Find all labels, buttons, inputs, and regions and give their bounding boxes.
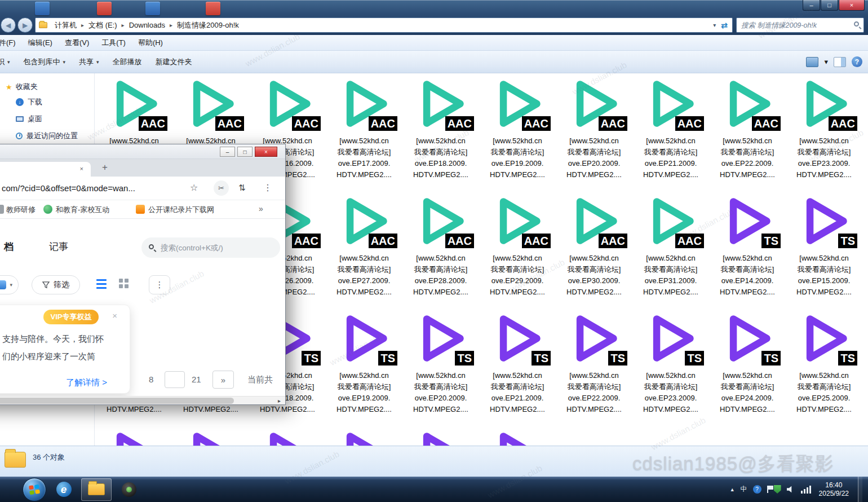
next-page-button[interactable]: » bbox=[212, 371, 234, 389]
page-input[interactable] bbox=[165, 371, 185, 388]
filter-button[interactable]: 筛选 bbox=[32, 275, 80, 294]
browser-menu-icon[interactable]: ⋮ bbox=[263, 182, 272, 193]
maximize-button[interactable]: □ bbox=[821, 0, 838, 11]
extension-scissors-icon[interactable]: ✂ bbox=[214, 180, 229, 196]
background-app-icon[interactable] bbox=[97, 2, 112, 15]
include-in-library-button[interactable]: 包含到库中▾ bbox=[17, 54, 73, 71]
page-number-last[interactable]: 21 bbox=[192, 375, 201, 384]
new-tab-button[interactable]: + bbox=[102, 162, 108, 173]
file-item[interactable]: TS[www.52khd.cn我爱看高清论坛]ove.EP29.2009.HDT… bbox=[326, 429, 402, 446]
sidebar-item-desktop[interactable]: 桌面 bbox=[0, 111, 94, 127]
bookmark-item[interactable]: 和教育-家校互动 bbox=[56, 205, 109, 215]
explorer-search-input[interactable] bbox=[736, 17, 864, 33]
file-item[interactable]: TS[www.52khd.cn我爱看高清论坛]ove.EP23.2009.HDT… bbox=[632, 311, 709, 429]
taskbar-browser-button[interactable]: e bbox=[48, 478, 79, 501]
horizontal-scrollbar[interactable]: ▸ bbox=[0, 396, 285, 404]
file-item[interactable]: TS[www.52khd.cn我爱看高清论坛]ove.EP19.2009.HDT… bbox=[326, 311, 402, 429]
file-item[interactable]: AAC[www.52khd.cn我爱看高清论坛]ove.EP31.2009.HD… bbox=[632, 194, 709, 311]
file-item[interactable]: AAC[www.52khd.cn我爱看高清论坛]ove.EP18.2009.HD… bbox=[402, 77, 479, 194]
background-app-icon[interactable] bbox=[35, 2, 50, 15]
show-hidden-icons[interactable]: ▲ bbox=[730, 487, 735, 492]
file-item[interactable]: AAC[www.52khd.cn我爱看高清论坛]ove.EP28.2009.HD… bbox=[402, 194, 479, 311]
new-folder-button[interactable]: 新建文件夹 bbox=[149, 54, 199, 71]
file-item[interactable]: TS[www.52khd.cn我爱看高清论坛]ove.EP31.2009.HDT… bbox=[479, 429, 556, 446]
page-number[interactable]: 8 bbox=[149, 375, 153, 384]
breadcrumb-segment[interactable]: 计算机 bbox=[51, 19, 81, 32]
list-view-icon[interactable] bbox=[96, 279, 107, 289]
bookmarks-overflow-icon[interactable]: » bbox=[259, 204, 263, 213]
background-app-icon[interactable] bbox=[206, 2, 220, 15]
file-item[interactable]: TS[www.52khd.cn我爱看高清论坛]ove.EP28.2009.HDT… bbox=[249, 429, 326, 446]
sort-arrows-icon[interactable]: ⇅ bbox=[238, 183, 246, 193]
file-item[interactable]: TS[www.52khd.cn我爱看高清论坛]ove.EP20.2009.HDT… bbox=[402, 311, 479, 429]
sidebar-item-downloads[interactable]: ↓ 下载 bbox=[0, 94, 94, 111]
organize-button[interactable]: 组织▾ bbox=[0, 54, 17, 71]
bookmark-item[interactable]: 公开课纪录片下载网 bbox=[148, 205, 214, 215]
file-item[interactable]: AAC[www.52khd.cn我爱看高清论坛]ove.EP30.2009.HD… bbox=[556, 194, 632, 311]
minimize-button[interactable]: – bbox=[220, 147, 235, 157]
network-icon[interactable] bbox=[801, 486, 811, 494]
security-shield-icon[interactable] bbox=[774, 485, 781, 494]
help-tray-icon[interactable]: ? bbox=[753, 485, 761, 494]
forward-button[interactable]: ▶ bbox=[17, 17, 33, 33]
grid-view-icon[interactable] bbox=[119, 279, 129, 288]
sidebar-item-favorites[interactable]: ★ 收藏夹 bbox=[0, 80, 94, 94]
history-dropdown-icon[interactable]: ▾ bbox=[713, 22, 716, 28]
taskbar-clock[interactable]: 16:40 2025/9/22 bbox=[819, 481, 849, 498]
breadcrumb-segment[interactable]: 制造情缘2009-oh!k bbox=[173, 19, 243, 32]
background-app-icon[interactable] bbox=[145, 2, 160, 15]
page-tab-notes[interactable]: 记事 bbox=[49, 240, 68, 253]
start-button[interactable] bbox=[23, 478, 46, 501]
taskbar-explorer-button[interactable] bbox=[81, 478, 112, 501]
close-button[interactable]: × bbox=[839, 0, 865, 11]
change-view-icon[interactable] bbox=[806, 57, 818, 67]
input-method-icon[interactable]: 中 bbox=[741, 485, 747, 494]
bookmark-star-icon[interactable]: ☆ bbox=[190, 182, 198, 193]
file-item[interactable]: AAC[www.52khd.cn我爱看高清论坛]ove.EP29.2009.HD… bbox=[479, 194, 556, 311]
file-item[interactable]: TS[www.52khd.cn我爱看高清论坛]ove.EP30.2009.HDT… bbox=[402, 429, 479, 446]
sidebar-item-recent-places[interactable]: 最近访问的位置 bbox=[0, 127, 94, 144]
close-icon[interactable]: × bbox=[112, 311, 117, 320]
file-item[interactable]: AAC[www.52khd.cn我爱看高清论坛]ove.EP19.2009.HD… bbox=[479, 77, 556, 194]
refresh-icon[interactable]: ⇄ bbox=[721, 21, 728, 30]
scrollbar-right-arrow[interactable]: ▸ bbox=[274, 397, 284, 404]
action-center-icon[interactable] bbox=[767, 486, 768, 493]
file-item[interactable]: TS[www.52khd.cn我爱看高清论坛]ove.EP15.2009.HDT… bbox=[786, 194, 862, 311]
scrollbar-thumb[interactable] bbox=[0, 398, 234, 404]
file-item[interactable]: TS[www.52khd.cn我爱看高清论坛]ove.EP25.2009.HDT… bbox=[786, 311, 862, 429]
volume-icon[interactable] bbox=[787, 486, 795, 493]
back-button[interactable]: ◀ bbox=[1, 17, 16, 33]
breadcrumb-segment[interactable]: Downloads bbox=[125, 20, 169, 30]
menu-help[interactable]: 帮助(H) bbox=[132, 36, 169, 50]
file-item[interactable]: TS[www.52khd.cn我爱看高清论坛]ove.EP26.2009.HDT… bbox=[96, 429, 172, 446]
tab-close-icon[interactable]: × bbox=[80, 165, 83, 172]
file-item[interactable]: TS[www.52khd.cn我爱看高清论坛]ove.EP14.2009.HDT… bbox=[709, 194, 786, 311]
help-icon[interactable]: ? bbox=[852, 56, 862, 67]
close-button[interactable]: × bbox=[255, 147, 277, 157]
learn-more-link[interactable]: 了解详情 > bbox=[66, 377, 107, 388]
menu-file[interactable]: 文件(F) bbox=[0, 36, 22, 50]
chevron-right-icon[interactable]: ▸ bbox=[169, 22, 173, 28]
show-desktop-button[interactable] bbox=[858, 477, 862, 502]
chevron-right-icon[interactable]: ▸ bbox=[81, 22, 85, 28]
browser-tab[interactable]: × bbox=[0, 162, 91, 177]
file-item[interactable]: AAC[www.52khd.cn我爱看高清论坛]ove.EP27.2009.HD… bbox=[326, 194, 402, 311]
more-options-button[interactable]: ⋮ bbox=[149, 275, 170, 294]
page-tab-docs[interactable]: 档 bbox=[4, 240, 14, 253]
breadcrumb-segment[interactable]: 文档 (E:) bbox=[85, 19, 121, 32]
menu-edit[interactable]: 编辑(E) bbox=[22, 36, 59, 50]
share-button[interactable]: 共享▾ bbox=[72, 54, 106, 71]
chevron-right-icon[interactable]: ▸ bbox=[121, 22, 125, 28]
file-item[interactable]: TS[www.52khd.cn我爱看高清论坛]ove.EP22.2009.HDT… bbox=[556, 311, 632, 429]
minimize-button[interactable]: – bbox=[803, 0, 820, 11]
file-item[interactable]: AAC[www.52khd.cn我爱看高清论坛]ove.EP21.2009.HD… bbox=[632, 77, 709, 194]
file-item[interactable]: AAC[www.52khd.cn我爱看高清论坛]ove.EP23.2009.HD… bbox=[786, 77, 862, 194]
breadcrumb[interactable]: 计算机 ▸ 文档 (E:) ▸ Downloads ▸ 制造情缘2009-oh!… bbox=[35, 17, 733, 33]
chevron-down-icon[interactable]: ▾ bbox=[824, 58, 828, 66]
file-item[interactable]: TS[www.52khd.cn我爱看高清论坛]ove.EP24.2009.HDT… bbox=[709, 311, 786, 429]
play-all-button[interactable]: 全部播放 bbox=[106, 54, 149, 71]
menu-view[interactable]: 查看(V) bbox=[59, 36, 95, 50]
url-text[interactable]: com/?cid=0&offset=0&mode=wan... bbox=[2, 183, 135, 193]
file-item[interactable]: AAC[www.52khd.cn我爱看高清论坛]ove.EP22.2009.HD… bbox=[709, 77, 786, 194]
page-search-input[interactable] bbox=[141, 237, 280, 258]
